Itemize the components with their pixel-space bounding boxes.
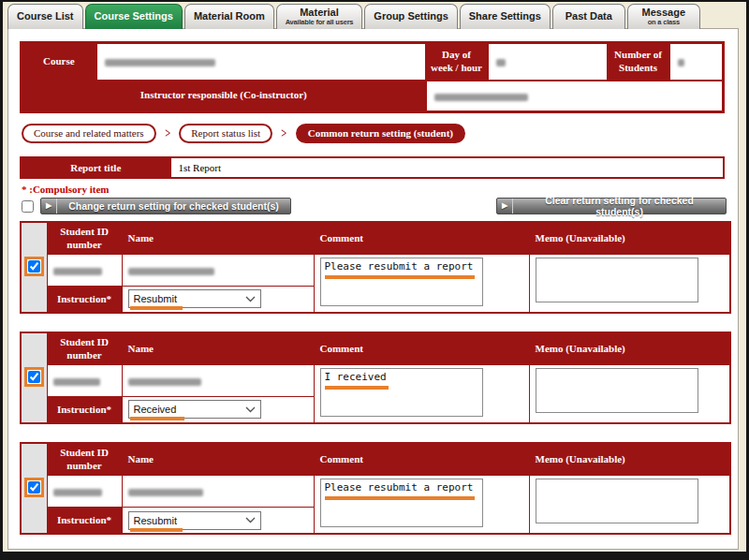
comment-header: Comment bbox=[314, 443, 529, 475]
student-block-3: Student ID number Name Comment Memo (Una… bbox=[20, 442, 731, 535]
instruction-cell: Received bbox=[122, 396, 314, 423]
tab-past-data[interactable]: Past Data bbox=[552, 4, 625, 29]
student-id-redacted bbox=[53, 268, 102, 275]
memo-header: Memo (Unavailable) bbox=[529, 443, 730, 475]
tab-label: Material Room bbox=[194, 11, 265, 22]
bulk-action-row: ▶ Change return setting for checked stud… bbox=[22, 198, 727, 214]
clear-return-setting-button[interactable]: ▶ Clear return setting for checked stude… bbox=[496, 198, 727, 214]
comment-header: Comment bbox=[314, 332, 529, 364]
play-arrow-icon: ▶ bbox=[497, 199, 513, 214]
tab-sublabel: Available for all users bbox=[286, 19, 354, 26]
number-of-students-value bbox=[669, 43, 724, 81]
tab-label: Share Settings bbox=[469, 11, 541, 22]
checkbox-highlight-annotation bbox=[24, 367, 44, 387]
instruction-select[interactable]: Received bbox=[128, 400, 261, 419]
checkbox-highlight-annotation bbox=[24, 257, 44, 276]
tab-label: Course Settings bbox=[95, 11, 173, 22]
change-return-setting-button[interactable]: ▶ Change return setting for checked stud… bbox=[40, 198, 291, 214]
chevron-down-icon bbox=[245, 406, 256, 413]
breadcrumb-course-related[interactable]: Course and related matters bbox=[22, 124, 156, 143]
instruction-cell: Resubmit bbox=[122, 286, 314, 313]
student-row-checkbox[interactable] bbox=[28, 481, 40, 494]
comment-textarea[interactable]: Please resubmit a report bbox=[320, 258, 483, 306]
tab-sublabel: on a class bbox=[648, 19, 680, 26]
student-name-redacted bbox=[128, 268, 214, 275]
student-id-header: Student ID number bbox=[47, 443, 122, 475]
row-checkbox-cell bbox=[21, 443, 47, 534]
name-header: Name bbox=[122, 443, 314, 475]
comment-textarea[interactable]: I received bbox=[320, 368, 483, 417]
instructor-value bbox=[426, 81, 724, 112]
student-id-redacted bbox=[53, 378, 100, 386]
tab-material-all-users[interactable]: MaterialAvailable for all users bbox=[276, 4, 363, 29]
compulsory-item-note: * :Compulsory item bbox=[22, 184, 725, 195]
course-value bbox=[96, 43, 426, 81]
student-name-value bbox=[122, 475, 314, 507]
student-block-1: Student ID number Name Comment Memo (Una… bbox=[20, 221, 731, 314]
course-info-table: Course Day of week / hour Number of Stud… bbox=[20, 41, 725, 113]
orange-underline-annotation bbox=[325, 496, 475, 500]
chevron-down-icon bbox=[245, 517, 256, 523]
student-row-checkbox[interactable] bbox=[28, 260, 40, 273]
day-of-week-value bbox=[488, 43, 608, 81]
chevron-down-icon bbox=[245, 296, 256, 302]
name-header: Name bbox=[122, 332, 314, 364]
student-row-checkbox[interactable] bbox=[28, 371, 40, 383]
row-checkbox-cell bbox=[21, 332, 47, 423]
orange-underline-annotation bbox=[130, 306, 183, 310]
comment-textarea[interactable]: Please resubmit a report bbox=[320, 479, 483, 527]
content-panel: Course Day of week / hour Number of Stud… bbox=[7, 28, 739, 550]
tab-bar: Course List Course Settings Material Roo… bbox=[7, 3, 700, 29]
comment-cell: Please resubmit a report bbox=[314, 475, 529, 534]
memo-textarea[interactable] bbox=[536, 479, 698, 523]
instructor-label: Instructor responsible (Co-instructor) bbox=[22, 81, 426, 112]
report-title-label: Report title bbox=[21, 157, 170, 178]
student-id-value bbox=[47, 364, 122, 396]
course-value-redacted bbox=[105, 59, 215, 66]
course-label: Course bbox=[22, 43, 96, 81]
student-name-value bbox=[122, 254, 314, 286]
orange-underline-annotation bbox=[325, 275, 475, 279]
memo-header: Memo (Unavailable) bbox=[529, 222, 730, 254]
selected-option-label: Resubmit bbox=[134, 293, 177, 304]
report-title-value: 1st Report bbox=[170, 157, 724, 178]
day-of-week-label: Day of week / hour bbox=[426, 43, 488, 81]
select-all-checkbox[interactable] bbox=[22, 200, 34, 213]
selected-option-label: Resubmit bbox=[134, 515, 177, 526]
memo-textarea[interactable] bbox=[536, 368, 698, 413]
breadcrumb-report-status-list[interactable]: Report status list bbox=[179, 124, 272, 143]
student-id-header: Student ID number bbox=[47, 332, 122, 364]
instruction-select[interactable]: Resubmit bbox=[128, 511, 261, 530]
tab-label: Group Settings bbox=[374, 11, 448, 22]
tab-group-settings[interactable]: Group Settings bbox=[364, 4, 457, 29]
breadcrumb-common-return-setting: Common return setting (student) bbox=[296, 124, 465, 143]
tab-message[interactable]: Messageon a class bbox=[627, 4, 700, 29]
button-label: Change return setting for checked studen… bbox=[57, 200, 290, 212]
memo-cell bbox=[529, 364, 730, 423]
orange-underline-annotation bbox=[130, 528, 183, 532]
tab-label: Past Data bbox=[565, 11, 612, 22]
student-id-value bbox=[47, 254, 122, 286]
day-value-redacted bbox=[496, 59, 506, 66]
student-id-redacted bbox=[53, 489, 102, 496]
student-id-header: Student ID number bbox=[47, 222, 122, 254]
tab-label: Course List bbox=[17, 11, 74, 22]
tab-course-list[interactable]: Course List bbox=[7, 4, 83, 29]
student-id-value bbox=[47, 475, 122, 507]
row-checkbox-cell bbox=[21, 222, 47, 313]
student-name-redacted bbox=[128, 489, 203, 496]
instruction-header: Instruction* bbox=[47, 507, 122, 534]
student-name-redacted bbox=[128, 378, 201, 386]
orange-underline-annotation bbox=[325, 386, 389, 390]
memo-cell bbox=[529, 475, 730, 534]
tab-course-settings[interactable]: Course Settings bbox=[85, 4, 183, 29]
instructor-value-redacted bbox=[434, 94, 528, 101]
student-name-value bbox=[122, 364, 314, 396]
tab-material-room[interactable]: Material Room bbox=[184, 4, 274, 29]
instruction-select[interactable]: Resubmit bbox=[128, 289, 261, 308]
instruction-cell: Resubmit bbox=[122, 507, 314, 534]
checkbox-highlight-annotation bbox=[24, 478, 44, 497]
memo-textarea[interactable] bbox=[536, 258, 698, 302]
comment-cell: I received bbox=[314, 364, 529, 423]
tab-share-settings[interactable]: Share Settings bbox=[460, 4, 551, 29]
